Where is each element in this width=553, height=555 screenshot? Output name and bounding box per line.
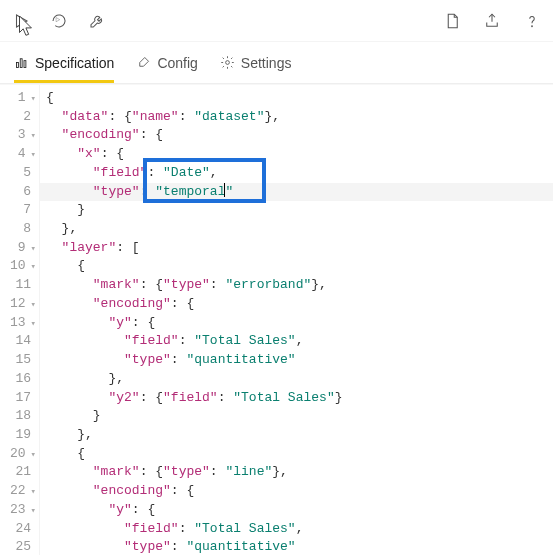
tab-config[interactable]: Config (136, 42, 197, 83)
run-button[interactable] (10, 10, 32, 32)
line-number: 3 (0, 126, 31, 145)
help-button[interactable] (521, 10, 543, 32)
line-number: 6 (0, 183, 31, 202)
code-line[interactable]: { (46, 257, 553, 276)
line-number: 7 (0, 201, 31, 220)
code-line[interactable]: "encoding": { (46, 482, 553, 501)
code-line[interactable]: "encoding": { (46, 126, 553, 145)
line-number: 14 (0, 332, 31, 351)
code-line[interactable]: "field": "Total Sales", (46, 520, 553, 539)
line-number: 17 (0, 389, 31, 408)
code-line[interactable]: "type": "quantitative" (46, 351, 553, 370)
line-gutter: 1234567891011121314151617181920212223242… (0, 85, 40, 555)
tab-specification[interactable]: Specification (14, 42, 114, 83)
line-number: 2 (0, 108, 31, 127)
svg-rect-5 (24, 61, 26, 68)
code-line[interactable]: } (46, 407, 553, 426)
tab-bar: Specification Config Settings (0, 42, 553, 84)
line-number: 24 (0, 520, 31, 539)
code-line[interactable]: } (46, 201, 553, 220)
svg-point-6 (225, 61, 229, 65)
line-number: 11 (0, 276, 31, 295)
svg-marker-1 (56, 17, 60, 21)
chart-icon (14, 55, 29, 70)
line-number: 22 (0, 482, 31, 501)
code-editor[interactable]: 1234567891011121314151617181920212223242… (0, 84, 553, 555)
code-line[interactable]: }, (46, 370, 553, 389)
export-button[interactable] (481, 10, 503, 32)
code-line[interactable]: "y": { (46, 314, 553, 333)
tab-settings[interactable]: Settings (220, 42, 292, 83)
tab-label: Config (157, 55, 197, 71)
line-number: 1 (0, 89, 31, 108)
refresh-button[interactable] (48, 10, 70, 32)
svg-marker-0 (17, 15, 28, 27)
line-number: 21 (0, 463, 31, 482)
svg-rect-3 (17, 63, 19, 68)
code-line[interactable]: "data": {"name": "dataset"}, (46, 108, 553, 127)
line-number: 25 (0, 538, 31, 555)
tab-label: Specification (35, 55, 114, 71)
line-number: 15 (0, 351, 31, 370)
brush-icon (136, 55, 151, 70)
code-line[interactable]: { (46, 445, 553, 464)
code-line[interactable]: "mark": {"type": "errorband"}, (46, 276, 553, 295)
line-number: 12 (0, 295, 31, 314)
line-number: 19 (0, 426, 31, 445)
toolbar (0, 0, 553, 42)
line-number: 18 (0, 407, 31, 426)
code-line[interactable]: "field": "Date", (46, 164, 553, 183)
line-number: 5 (0, 164, 31, 183)
code-line[interactable]: "layer": [ (46, 239, 553, 258)
gear-icon (220, 55, 235, 70)
line-number: 8 (0, 220, 31, 239)
code-line[interactable]: }, (46, 426, 553, 445)
code-line[interactable]: "type": "temporal" (46, 183, 553, 202)
code-line[interactable]: "type": "quantitative" (46, 538, 553, 555)
code-line[interactable]: "mark": {"type": "line"}, (46, 463, 553, 482)
code-line[interactable]: { (46, 89, 553, 108)
line-number: 13 (0, 314, 31, 333)
code-line[interactable]: "encoding": { (46, 295, 553, 314)
svg-point-2 (532, 25, 533, 26)
svg-rect-4 (20, 59, 22, 68)
new-document-button[interactable] (441, 10, 463, 32)
line-number: 23 (0, 501, 31, 520)
line-number: 4 (0, 145, 31, 164)
line-number: 9 (0, 239, 31, 258)
code-line[interactable]: }, (46, 220, 553, 239)
code-line[interactable]: "y": { (46, 501, 553, 520)
code-area[interactable]: { "data": {"name": "dataset"}, "encoding… (40, 85, 553, 555)
tab-label: Settings (241, 55, 292, 71)
line-number: 20 (0, 445, 31, 464)
line-number: 16 (0, 370, 31, 389)
code-line[interactable]: "y2": {"field": "Total Sales"} (46, 389, 553, 408)
text-caret (224, 183, 225, 197)
line-number: 10 (0, 257, 31, 276)
wrench-button[interactable] (86, 10, 108, 32)
code-line[interactable]: "x": { (46, 145, 553, 164)
code-line[interactable]: "field": "Total Sales", (46, 332, 553, 351)
